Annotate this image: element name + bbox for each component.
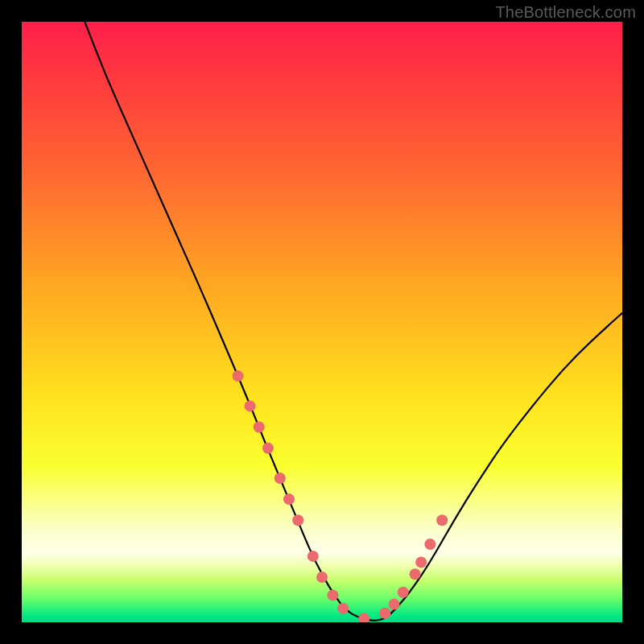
chart-svg bbox=[22, 22, 622, 622]
highlight-dot bbox=[436, 514, 448, 526]
plot-area bbox=[22, 22, 622, 622]
highlight-dot bbox=[308, 551, 319, 562]
highlight-dot bbox=[316, 572, 328, 583]
watermark-text: TheBottleneck.com bbox=[495, 3, 636, 22]
highlight-dot bbox=[254, 422, 265, 433]
highlight-dot bbox=[424, 539, 436, 550]
chart-frame: TheBottleneck.com bbox=[0, 0, 644, 644]
highlight-dot bbox=[327, 589, 338, 601]
highlight-dot bbox=[337, 603, 349, 614]
highlight-dot bbox=[245, 400, 256, 411]
highlight-dot bbox=[389, 599, 400, 610]
highlight-dot bbox=[358, 613, 369, 623]
highlight-dot bbox=[410, 568, 421, 580]
highlight-dot bbox=[415, 556, 427, 568]
highlight-dot bbox=[262, 443, 274, 454]
bottleneck-curve bbox=[85, 22, 622, 621]
highlight-dot bbox=[379, 608, 390, 619]
highlight-dot bbox=[233, 370, 244, 382]
highlight-dot bbox=[283, 493, 295, 505]
highlight-dot bbox=[292, 514, 303, 526]
highlight-dot bbox=[275, 473, 286, 484]
highlight-dot bbox=[398, 587, 409, 598]
